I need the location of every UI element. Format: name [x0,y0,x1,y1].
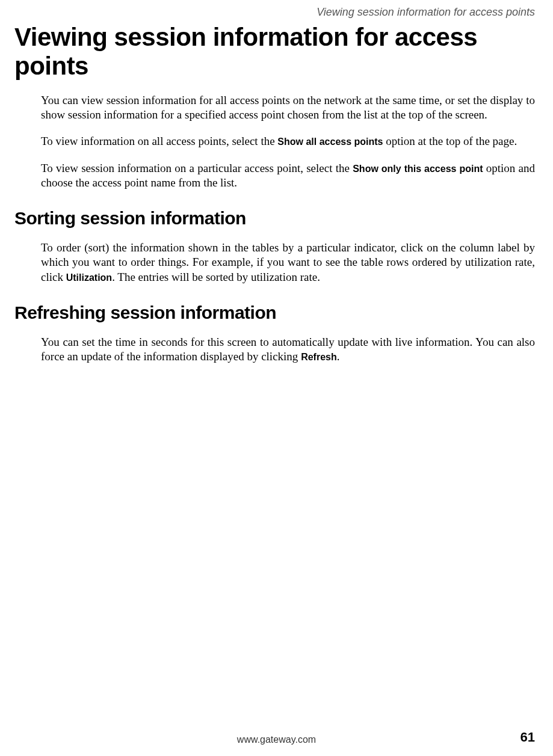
footer-url: www.gateway.com [0,734,553,745]
refreshing-paragraph: You can set the time in seconds for this… [41,335,535,364]
page-footer: www.gateway.com 61 [0,734,553,745]
para2-text-a: To view information on all access points… [41,135,277,147]
intro-paragraph-3: To view session information on a particu… [41,161,535,191]
page-title: Viewing session information for access p… [14,23,535,81]
utilization-label: Utilization [66,272,112,283]
refreshing-text-c: . [337,350,340,363]
refresh-label: Refresh [301,352,337,362]
sorting-text-c: . The entries will be sorted by utilizat… [112,271,320,283]
intro-paragraph-2: To view information on all access points… [41,134,535,149]
sorting-paragraph: To order (sort) the information shown in… [41,241,535,284]
section-title-refreshing: Refreshing session information [14,303,535,323]
page-number: 61 [521,730,535,745]
section-title-sorting: Sorting session information [14,208,535,229]
show-only-this-access-point-label: Show only this access point [353,164,483,174]
refreshing-text-a: You can set the time in seconds for this… [41,336,535,363]
para2-text-c: option at the top of the page. [383,135,517,147]
running-header: Viewing session information for access p… [317,6,535,19]
para3-text-a: To view session information on a particu… [41,162,353,174]
intro-paragraph-1: You can view session information for all… [41,93,535,123]
show-all-access-points-label: Show all access points [277,137,383,147]
